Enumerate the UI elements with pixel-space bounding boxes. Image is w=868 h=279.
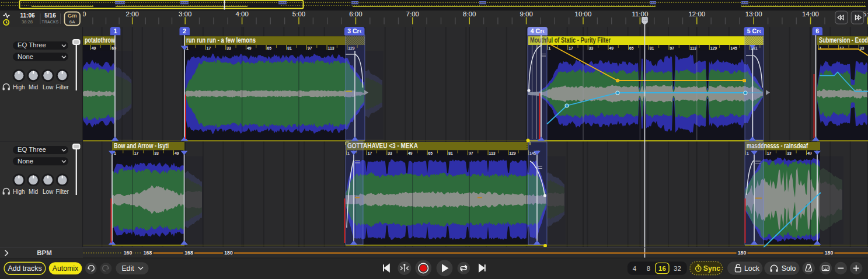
svg-text:32: 32 xyxy=(674,265,681,272)
svg-text:BPM: BPM xyxy=(37,249,52,256)
svg-text:Lock: Lock xyxy=(744,264,760,273)
svg-text:4:00: 4:00 xyxy=(235,11,248,18)
svg-text:180: 180 xyxy=(738,250,747,256)
svg-text:17: 17 xyxy=(569,46,573,50)
svg-text:180: 180 xyxy=(825,250,834,256)
svg-text:65: 65 xyxy=(428,151,433,155)
svg-text:129: 129 xyxy=(509,151,516,155)
svg-text:113: 113 xyxy=(690,46,696,50)
svg-text:113: 113 xyxy=(328,46,334,50)
svg-text:potatothrow: potatothrow xyxy=(85,36,115,44)
svg-text:49: 49 xyxy=(609,46,614,50)
svg-text:81: 81 xyxy=(287,46,292,50)
svg-text:5 Cr‹: 5 Cr‹ xyxy=(747,27,761,34)
svg-text:5/16: 5/16 xyxy=(44,12,56,19)
svg-text:33: 33 xyxy=(154,151,159,155)
svg-text:6A: 6A xyxy=(69,19,75,25)
svg-text:49: 49 xyxy=(807,151,812,155)
svg-text:Add tracks: Add tracks xyxy=(8,264,41,273)
svg-text:33: 33 xyxy=(860,46,864,50)
svg-text:Low: Low xyxy=(43,84,54,90)
svg-text:Solo: Solo xyxy=(782,264,796,273)
svg-text:3:00: 3:00 xyxy=(179,11,191,18)
svg-text:EQ Three: EQ Three xyxy=(18,146,46,153)
svg-text:14:00: 14:00 xyxy=(802,11,819,18)
svg-text:7:00: 7:00 xyxy=(406,11,419,18)
svg-text:17: 17 xyxy=(368,151,372,155)
svg-text:run run run - a few lemons: run run run - a few lemons xyxy=(186,36,256,44)
svg-text:EQ Three: EQ Three xyxy=(18,41,46,48)
svg-text:Automix: Automix xyxy=(53,264,79,273)
svg-text:65: 65 xyxy=(267,46,272,50)
svg-text:Sync: Sync xyxy=(703,264,721,273)
svg-text:17: 17 xyxy=(767,151,772,155)
svg-text:None: None xyxy=(18,53,33,60)
svg-text:11:06: 11:06 xyxy=(20,12,34,19)
svg-text:16: 16 xyxy=(658,265,666,272)
svg-text:High: High xyxy=(13,84,25,90)
svg-text:49: 49 xyxy=(408,151,413,155)
svg-text:180: 180 xyxy=(224,250,233,256)
svg-text:81: 81 xyxy=(448,151,453,155)
svg-text:17: 17 xyxy=(207,46,211,50)
svg-text:168: 168 xyxy=(144,250,152,256)
svg-text:11:00: 11:00 xyxy=(632,11,648,18)
svg-text:9:00: 9:00 xyxy=(520,11,532,18)
svg-text:33: 33 xyxy=(388,151,392,155)
svg-text:Mid: Mid xyxy=(29,189,38,195)
svg-text:168: 168 xyxy=(184,250,193,256)
svg-text:1: 1 xyxy=(114,27,117,34)
svg-text:97: 97 xyxy=(308,46,312,50)
svg-text:65: 65 xyxy=(629,46,634,50)
svg-text:97: 97 xyxy=(670,46,675,50)
svg-text:8: 8 xyxy=(647,265,650,272)
svg-text:Low: Low xyxy=(43,189,54,195)
svg-text:Submersion - Exod: Submersion - Exod xyxy=(819,36,868,44)
svg-text:2: 2 xyxy=(183,27,186,34)
svg-text:33: 33 xyxy=(589,46,594,50)
svg-text:Mid: Mid xyxy=(29,84,38,90)
svg-text:Filter: Filter xyxy=(56,84,69,90)
svg-text:17: 17 xyxy=(134,151,139,155)
svg-text:6:00: 6:00 xyxy=(349,11,362,18)
svg-text:High: High xyxy=(13,189,25,195)
svg-text:38:28: 38:28 xyxy=(22,19,33,25)
svg-text:49: 49 xyxy=(92,46,96,50)
svg-text:160: 160 xyxy=(124,250,133,256)
svg-text:Filter: Filter xyxy=(56,189,69,195)
svg-text:33: 33 xyxy=(226,46,231,50)
svg-text:Edit: Edit xyxy=(121,264,134,273)
svg-text:33: 33 xyxy=(787,151,792,155)
svg-text:145: 145 xyxy=(730,46,737,50)
svg-text:4: 4 xyxy=(633,265,637,272)
svg-text:49: 49 xyxy=(175,151,179,155)
svg-text:10:00: 10:00 xyxy=(575,11,592,18)
svg-text:49: 49 xyxy=(247,46,252,50)
svg-text:5:00: 5:00 xyxy=(292,11,305,18)
svg-text:65: 65 xyxy=(111,46,116,50)
svg-text:8:00: 8:00 xyxy=(463,11,476,18)
svg-text:2:00: 2:00 xyxy=(126,11,139,18)
svg-text:6: 6 xyxy=(815,27,819,34)
svg-text:129: 129 xyxy=(710,46,717,50)
svg-text:3 Cr‹: 3 Cr‹ xyxy=(347,27,361,34)
svg-text:None: None xyxy=(18,158,33,165)
svg-text:1: 1 xyxy=(549,46,551,50)
svg-text:81: 81 xyxy=(650,46,654,50)
svg-text:12:00: 12:00 xyxy=(688,11,705,18)
svg-text:13:00: 13:00 xyxy=(745,11,762,18)
svg-text:TRACKS: TRACKS xyxy=(42,20,59,24)
svg-text:Gm: Gm xyxy=(68,12,77,19)
svg-text:113: 113 xyxy=(489,151,496,155)
svg-text:4 Cr‹: 4 Cr‹ xyxy=(531,27,545,34)
svg-text:Bow and Arrow - Isyti: Bow and Arrow - Isyti xyxy=(114,142,169,150)
